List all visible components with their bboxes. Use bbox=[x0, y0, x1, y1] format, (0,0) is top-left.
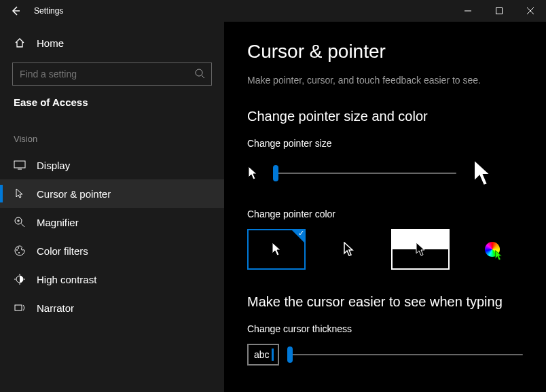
sidebar-item-label: Color filters bbox=[37, 245, 88, 257]
section-cursor-typing: Make the cursor easier to see when typin… bbox=[247, 294, 523, 310]
page-description: Make pointer, cursor, and touch feedback… bbox=[247, 75, 523, 86]
close-button[interactable] bbox=[515, 0, 546, 22]
cursor-thickness-row: abc bbox=[247, 344, 523, 366]
home-label: Home bbox=[37, 37, 64, 49]
window-title: Settings bbox=[34, 6, 452, 16]
pointer-size-slider-row bbox=[247, 158, 523, 188]
home-button[interactable]: Home bbox=[0, 30, 224, 56]
cursor-thickness-slider[interactable] bbox=[287, 354, 523, 355]
cursor-white-icon bbox=[271, 242, 282, 257]
cursor-black-icon bbox=[343, 242, 354, 257]
sidebar: Home Ease of Access Vision Display Curso… bbox=[0, 22, 224, 392]
pointer-size-label: Change pointer size bbox=[247, 138, 523, 149]
pointer-color-custom[interactable] bbox=[463, 229, 522, 270]
cursor-thickness-label: Change cursor thickness bbox=[247, 323, 523, 334]
svg-rect-2 bbox=[496, 8, 503, 14]
svg-point-5 bbox=[196, 69, 202, 76]
titlebar: Settings bbox=[0, 0, 546, 22]
maximize-icon bbox=[496, 7, 503, 14]
back-button[interactable] bbox=[0, 0, 31, 22]
svg-rect-21 bbox=[15, 305, 22, 310]
narrator-icon bbox=[14, 302, 26, 314]
sidebar-item-color-filters[interactable]: Color filters bbox=[0, 236, 224, 265]
group-label: Vision bbox=[0, 122, 224, 151]
contrast-icon bbox=[14, 273, 26, 285]
search-box[interactable] bbox=[12, 63, 212, 86]
palette-icon bbox=[14, 245, 26, 257]
sidebar-item-label: Magnifier bbox=[37, 217, 79, 228]
svg-point-13 bbox=[16, 249, 18, 251]
pointer-color-inverted[interactable] bbox=[391, 229, 450, 270]
sidebar-item-narrator[interactable]: Narrator bbox=[0, 293, 224, 322]
section-size-color: Change pointer size and color bbox=[247, 109, 523, 124]
window-controls bbox=[452, 0, 546, 22]
sidebar-item-magnifier[interactable]: Magnifier bbox=[0, 208, 224, 236]
check-icon bbox=[291, 229, 306, 244]
cursor-inverted-icon bbox=[415, 242, 426, 257]
content-pane: Cursor & pointer Make pointer, cursor, a… bbox=[224, 22, 546, 392]
search-icon bbox=[194, 68, 205, 82]
svg-line-6 bbox=[202, 75, 204, 78]
svg-line-10 bbox=[21, 224, 24, 227]
sidebar-item-cursor-pointer[interactable]: Cursor & pointer bbox=[0, 179, 224, 208]
sidebar-item-label: Cursor & pointer bbox=[37, 188, 111, 200]
magnifier-icon bbox=[14, 216, 26, 228]
search-input[interactable] bbox=[12, 63, 212, 86]
page-title: Cursor & pointer bbox=[247, 41, 523, 63]
abc-text: abc bbox=[254, 349, 270, 360]
svg-point-14 bbox=[18, 247, 19, 249]
display-icon bbox=[14, 159, 26, 171]
pointer-small-icon bbox=[247, 166, 258, 181]
pointer-size-slider[interactable] bbox=[273, 173, 456, 174]
pointer-large-icon bbox=[471, 158, 493, 188]
pointer-color-black[interactable] bbox=[319, 229, 378, 270]
sidebar-item-label: Narrator bbox=[37, 302, 74, 314]
minimize-button[interactable] bbox=[452, 0, 484, 22]
cursor-green-icon bbox=[494, 250, 503, 261]
close-icon bbox=[527, 7, 534, 14]
category-label: Ease of Access bbox=[0, 96, 224, 122]
slider-thumb[interactable] bbox=[287, 346, 293, 363]
sidebar-item-high-contrast[interactable]: High contrast bbox=[0, 265, 224, 293]
pointer-color-white[interactable] bbox=[247, 229, 306, 270]
home-icon bbox=[14, 37, 26, 49]
arrow-left-icon bbox=[10, 5, 21, 16]
sidebar-item-label: High contrast bbox=[37, 274, 96, 285]
pointer-color-options bbox=[247, 229, 523, 270]
sidebar-item-label: Display bbox=[37, 160, 70, 171]
sidebar-item-display[interactable]: Display bbox=[0, 151, 224, 179]
cursor-icon bbox=[14, 188, 26, 200]
pointer-color-label: Change pointer color bbox=[247, 209, 523, 219]
svg-rect-7 bbox=[14, 161, 25, 168]
minimize-icon bbox=[465, 7, 471, 14]
svg-point-15 bbox=[18, 252, 20, 253]
maximize-button[interactable] bbox=[484, 0, 515, 22]
thickness-preview: abc bbox=[247, 344, 279, 366]
slider-thumb[interactable] bbox=[273, 165, 278, 181]
